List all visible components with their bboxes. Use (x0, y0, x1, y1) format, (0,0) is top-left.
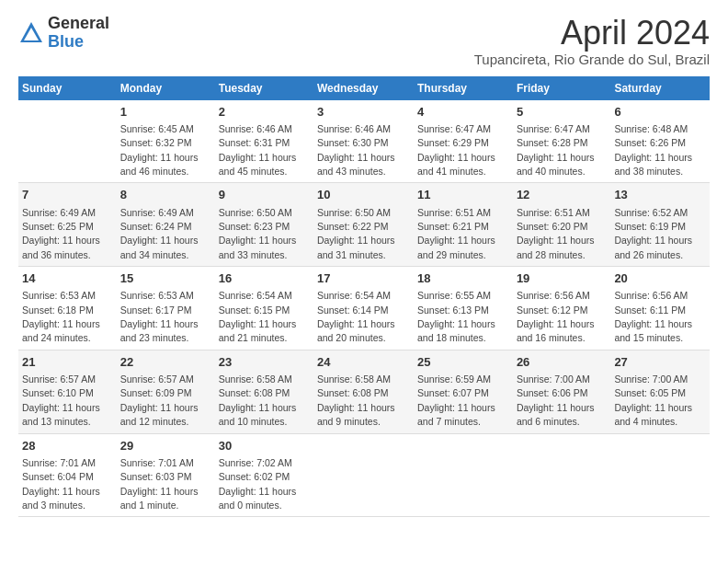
cell-info: Sunrise: 7:00 AMSunset: 6:06 PMDaylight:… (517, 373, 595, 427)
cell-info: Sunrise: 6:56 AMSunset: 6:12 PMDaylight:… (517, 290, 595, 343)
calendar-cell: 2Sunrise: 6:46 AMSunset: 6:31 PMDaylight… (215, 100, 313, 183)
day-number: 26 (517, 354, 608, 371)
calendar-cell: 15Sunrise: 6:53 AMSunset: 6:17 PMDayligh… (117, 267, 215, 350)
calendar-table: Sunday Monday Tuesday Wednesday Thursday… (18, 76, 710, 518)
calendar-week-row: 1Sunrise: 6:45 AMSunset: 6:32 PMDaylight… (18, 100, 710, 183)
cell-info: Sunrise: 6:46 AMSunset: 6:30 PMDaylight:… (317, 123, 395, 177)
calendar-cell: 8Sunrise: 6:49 AMSunset: 6:24 PMDaylight… (117, 183, 215, 267)
cell-info: Sunrise: 6:58 AMSunset: 6:08 PMDaylight:… (219, 373, 297, 427)
day-number: 24 (317, 354, 410, 371)
calendar-week-row: 21Sunrise: 6:57 AMSunset: 6:10 PMDayligh… (18, 350, 710, 433)
calendar-cell: 12Sunrise: 6:51 AMSunset: 6:20 PMDayligh… (513, 183, 611, 267)
cell-info: Sunrise: 6:49 AMSunset: 6:25 PMDaylight:… (22, 207, 100, 260)
logo: General Blue (18, 15, 109, 52)
day-number: 23 (219, 354, 310, 371)
day-number: 3 (317, 104, 410, 121)
calendar-cell: 1Sunrise: 6:45 AMSunset: 6:32 PMDaylight… (117, 100, 215, 183)
calendar-cell: 30Sunrise: 7:02 AMSunset: 6:02 PMDayligh… (215, 433, 313, 517)
day-number: 12 (517, 187, 608, 203)
logo-text: General Blue (48, 15, 109, 52)
cell-info: Sunrise: 6:50 AMSunset: 6:23 PMDaylight:… (219, 207, 297, 260)
cell-info: Sunrise: 6:46 AMSunset: 6:31 PMDaylight:… (219, 123, 297, 177)
calendar-cell: 11Sunrise: 6:51 AMSunset: 6:21 PMDayligh… (414, 183, 513, 267)
calendar-cell: 7Sunrise: 6:49 AMSunset: 6:25 PMDaylight… (18, 183, 117, 267)
day-number: 14 (22, 270, 113, 287)
day-number: 10 (317, 187, 410, 203)
calendar-cell: 20Sunrise: 6:56 AMSunset: 6:11 PMDayligh… (610, 267, 710, 350)
day-number: 7 (22, 187, 113, 203)
calendar-cell: 24Sunrise: 6:58 AMSunset: 6:08 PMDayligh… (313, 350, 414, 433)
calendar-cell (414, 433, 513, 517)
day-number: 30 (219, 438, 310, 454)
day-number: 11 (417, 187, 509, 203)
cell-info: Sunrise: 6:57 AMSunset: 6:10 PMDaylight:… (22, 373, 100, 427)
header-row: Sunday Monday Tuesday Wednesday Thursday… (18, 76, 710, 100)
day-number: 29 (120, 438, 211, 454)
header-monday: Monday (117, 76, 215, 100)
day-number: 17 (317, 270, 410, 287)
cell-info: Sunrise: 6:51 AMSunset: 6:20 PMDaylight:… (517, 207, 595, 260)
day-number: 21 (22, 354, 113, 371)
day-number: 28 (22, 438, 113, 454)
header-saturday: Saturday (610, 76, 710, 100)
calendar-cell: 19Sunrise: 6:56 AMSunset: 6:12 PMDayligh… (513, 267, 611, 350)
cell-info: Sunrise: 6:53 AMSunset: 6:17 PMDaylight:… (120, 290, 199, 343)
calendar-cell: 25Sunrise: 6:59 AMSunset: 6:07 PMDayligh… (414, 350, 513, 433)
day-number: 13 (614, 187, 706, 203)
cell-info: Sunrise: 6:56 AMSunset: 6:11 PMDaylight:… (614, 290, 692, 343)
day-number: 27 (614, 354, 706, 371)
day-number: 22 (120, 354, 211, 371)
day-number: 5 (517, 104, 608, 121)
calendar-cell: 3Sunrise: 6:46 AMSunset: 6:30 PMDaylight… (313, 100, 414, 183)
calendar-cell: 27Sunrise: 7:00 AMSunset: 6:05 PMDayligh… (610, 350, 710, 433)
calendar-header: Sunday Monday Tuesday Wednesday Thursday… (18, 76, 710, 100)
logo-general-text: General (48, 15, 109, 33)
cell-info: Sunrise: 6:45 AMSunset: 6:32 PMDaylight:… (120, 123, 199, 177)
calendar-cell: 14Sunrise: 6:53 AMSunset: 6:18 PMDayligh… (18, 267, 117, 350)
calendar-cell (313, 433, 414, 517)
cell-info: Sunrise: 6:51 AMSunset: 6:21 PMDaylight:… (417, 207, 495, 260)
calendar-cell: 23Sunrise: 6:58 AMSunset: 6:08 PMDayligh… (215, 350, 313, 433)
cell-info: Sunrise: 6:48 AMSunset: 6:26 PMDaylight:… (614, 123, 692, 177)
calendar-cell: 18Sunrise: 6:55 AMSunset: 6:13 PMDayligh… (414, 267, 513, 350)
cell-info: Sunrise: 6:49 AMSunset: 6:24 PMDaylight:… (120, 207, 199, 260)
calendar-body: 1Sunrise: 6:45 AMSunset: 6:32 PMDaylight… (18, 100, 710, 517)
cell-info: Sunrise: 6:55 AMSunset: 6:13 PMDaylight:… (417, 290, 495, 343)
day-number: 8 (120, 187, 211, 203)
page-header: General Blue April 2024 Tupancireta, Rio… (18, 15, 710, 67)
cell-info: Sunrise: 6:59 AMSunset: 6:07 PMDaylight:… (417, 373, 495, 427)
cell-info: Sunrise: 7:01 AMSunset: 6:04 PMDaylight:… (22, 457, 100, 511)
header-wednesday: Wednesday (313, 76, 414, 100)
day-number: 6 (614, 104, 706, 121)
day-number: 1 (120, 104, 211, 121)
cell-info: Sunrise: 6:54 AMSunset: 6:14 PMDaylight:… (317, 290, 395, 343)
cell-info: Sunrise: 6:47 AMSunset: 6:29 PMDaylight:… (417, 123, 495, 177)
calendar-cell: 26Sunrise: 7:00 AMSunset: 6:06 PMDayligh… (513, 350, 611, 433)
calendar-cell: 9Sunrise: 6:50 AMSunset: 6:23 PMDaylight… (215, 183, 313, 267)
day-number: 20 (614, 270, 706, 287)
title-block: April 2024 Tupancireta, Rio Grande do Su… (474, 15, 710, 67)
day-number: 2 (219, 104, 310, 121)
calendar-cell (513, 433, 611, 517)
calendar-cell (18, 100, 117, 183)
header-tuesday: Tuesday (215, 76, 313, 100)
day-number: 16 (219, 270, 310, 287)
calendar-week-row: 28Sunrise: 7:01 AMSunset: 6:04 PMDayligh… (18, 433, 710, 517)
month-title: April 2024 (474, 15, 710, 52)
cell-info: Sunrise: 7:01 AMSunset: 6:03 PMDaylight:… (120, 457, 199, 511)
calendar-cell: 29Sunrise: 7:01 AMSunset: 6:03 PMDayligh… (117, 433, 215, 517)
calendar-cell: 4Sunrise: 6:47 AMSunset: 6:29 PMDaylight… (414, 100, 513, 183)
header-sunday: Sunday (18, 76, 117, 100)
cell-info: Sunrise: 6:52 AMSunset: 6:19 PMDaylight:… (614, 207, 692, 260)
day-number: 18 (417, 270, 509, 287)
calendar-cell: 13Sunrise: 6:52 AMSunset: 6:19 PMDayligh… (610, 183, 710, 267)
calendar-week-row: 14Sunrise: 6:53 AMSunset: 6:18 PMDayligh… (18, 267, 710, 350)
calendar-cell: 5Sunrise: 6:47 AMSunset: 6:28 PMDaylight… (513, 100, 611, 183)
logo-icon (18, 20, 44, 46)
cell-info: Sunrise: 6:50 AMSunset: 6:22 PMDaylight:… (317, 207, 395, 260)
day-number: 4 (417, 104, 509, 121)
cell-info: Sunrise: 6:57 AMSunset: 6:09 PMDaylight:… (120, 373, 199, 427)
calendar-cell: 10Sunrise: 6:50 AMSunset: 6:22 PMDayligh… (313, 183, 414, 267)
cell-info: Sunrise: 6:58 AMSunset: 6:08 PMDaylight:… (317, 373, 395, 427)
calendar-cell (610, 433, 710, 517)
